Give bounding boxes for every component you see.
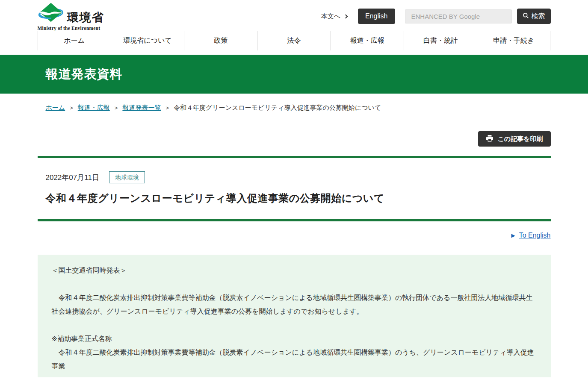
article-paragraph: 令和４年度二酸化炭素排出抑制対策事業費等補助金（脱炭素イノベーションによる地域循… (52, 291, 538, 318)
article-body: ＜国土交通省同時発表＞ 令和４年度二酸化炭素排出抑制対策事業費等補助金（脱炭素イ… (38, 255, 551, 377)
printer-icon (486, 135, 493, 143)
nav-item-whitepaper[interactable]: 白書・統計 (404, 31, 477, 50)
skip-to-content-link[interactable]: 本文へ (321, 12, 347, 21)
search-input[interactable] (405, 9, 512, 24)
breadcrumb-home[interactable]: ホーム (46, 104, 65, 112)
breadcrumb-separator: > (70, 105, 73, 111)
joint-release-note: ＜国土交通省同時発表＞ (52, 264, 538, 277)
nav-item-policy[interactable]: 政策 (184, 31, 257, 50)
header-top: 環境省 Ministry of the Environment 本文へ Engl… (38, 0, 551, 31)
to-english-row: ▶To English (38, 232, 551, 239)
article-meta: 2022年07月11日 地球環境 (38, 171, 551, 183)
ministry-logo[interactable]: 環境省 Ministry of the Environment (38, 2, 104, 31)
nav-item-home[interactable]: ホーム (38, 31, 111, 50)
global-navigation: ホーム 環境省について 政策 法令 報道・広報 白書・統計 申請・手続き (38, 31, 551, 50)
print-row: この記事を印刷 (38, 131, 551, 147)
ministry-name: 環境省 (67, 12, 104, 25)
section-divider (38, 156, 551, 158)
search-button[interactable]: 検索 (517, 9, 551, 24)
breadcrumb-separator: > (115, 105, 118, 111)
breadcrumb-current-page: 令和４年度グリーンスローモビリティ導入促進事業の公募開始について (174, 104, 381, 112)
note-text: 令和４年度二酸化炭素排出抑制対策事業費等補助金（脱炭素イノベーションによる地域循… (52, 346, 538, 373)
article-date: 2022年07月11日 (46, 173, 99, 182)
note-title: ※補助事業正式名称 (52, 332, 538, 346)
english-button[interactable]: English (358, 9, 395, 24)
breadcrumb-separator: > (165, 105, 169, 111)
triangle-right-icon: ▶ (511, 232, 515, 238)
ministry-name-en: Ministry of the Environment (38, 26, 104, 31)
print-article-button[interactable]: この記事を印刷 (478, 131, 550, 147)
to-english-link[interactable]: To English (519, 232, 551, 239)
site-header: 環境省 Ministry of the Environment 本文へ Engl… (0, 0, 588, 50)
breadcrumb-press[interactable]: 報道・広報 (78, 104, 110, 112)
nav-item-press[interactable]: 報道・広報 (331, 31, 404, 50)
ministry-logo-icon (38, 2, 64, 25)
breadcrumb: ホーム > 報道・広報 > 報道発表一覧 > 令和４年度グリーンスローモビリティ… (38, 104, 551, 112)
article-title: 令和４年度グリーンスローモビリティ導入促進事業の公募開始について (38, 191, 551, 205)
main-content: ホーム > 報道・広報 > 報道発表一覧 > 令和４年度グリーンスローモビリティ… (38, 104, 551, 377)
section-divider (38, 219, 551, 221)
nav-item-laws[interactable]: 法令 (257, 31, 330, 50)
chevron-right-icon (344, 15, 348, 19)
page-banner: 報道発表資料 (0, 55, 588, 94)
page-banner-title: 報道発表資料 (38, 66, 551, 83)
nav-item-about[interactable]: 環境省について (111, 31, 184, 50)
header-utilities: 本文へ English 検索 (321, 9, 551, 24)
category-badge[interactable]: 地球環境 (109, 171, 145, 183)
nav-item-applications[interactable]: 申請・手続き (477, 31, 550, 50)
search-icon (523, 12, 529, 21)
breadcrumb-press-list[interactable]: 報道発表一覧 (122, 104, 161, 112)
